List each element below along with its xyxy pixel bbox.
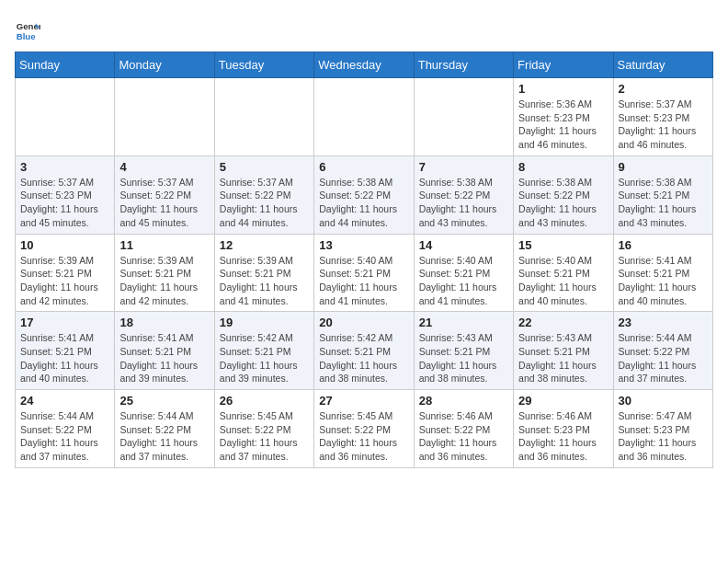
calendar-cell: 10Sunrise: 5:39 AM Sunset: 5:21 PM Dayli… — [16, 234, 115, 312]
calendar-cell: 15Sunrise: 5:40 AM Sunset: 5:21 PM Dayli… — [514, 234, 613, 312]
day-info: Sunrise: 5:37 AM Sunset: 5:22 PM Dayligh… — [220, 176, 309, 230]
day-info: Sunrise: 5:46 AM Sunset: 5:22 PM Dayligh… — [419, 409, 508, 464]
calendar-cell: 18Sunrise: 5:41 AM Sunset: 5:21 PM Dayli… — [115, 312, 214, 390]
weekday-header: Monday — [115, 52, 214, 78]
calendar-cell: 3Sunrise: 5:37 AM Sunset: 5:23 PM Daylig… — [16, 155, 115, 234]
calendar-cell: 2Sunrise: 5:37 AM Sunset: 5:23 PM Daylig… — [613, 78, 712, 156]
day-info: Sunrise: 5:44 AM Sunset: 5:22 PM Dayligh… — [119, 409, 209, 464]
calendar-cell: 22Sunrise: 5:43 AM Sunset: 5:21 PM Dayli… — [514, 312, 613, 390]
calendar-cell: 4Sunrise: 5:37 AM Sunset: 5:22 PM Daylig… — [115, 155, 214, 234]
day-info: Sunrise: 5:46 AM Sunset: 5:23 PM Dayligh… — [518, 409, 608, 464]
day-number: 24 — [20, 394, 109, 408]
day-number: 14 — [419, 238, 508, 252]
calendar-cell: 12Sunrise: 5:39 AM Sunset: 5:21 PM Dayli… — [214, 234, 313, 312]
day-number: 26 — [220, 394, 309, 408]
calendar-cell: 26Sunrise: 5:45 AM Sunset: 5:22 PM Dayli… — [214, 390, 313, 468]
calendar-cell: 23Sunrise: 5:44 AM Sunset: 5:22 PM Dayli… — [613, 312, 712, 390]
day-number: 9 — [619, 160, 708, 174]
weekday-header: Sunday — [16, 52, 115, 78]
day-number: 13 — [319, 238, 408, 252]
day-info: Sunrise: 5:41 AM Sunset: 5:21 PM Dayligh… — [619, 254, 708, 308]
calendar-cell: 8Sunrise: 5:38 AM Sunset: 5:22 PM Daylig… — [514, 155, 613, 234]
calendar-cell: 1Sunrise: 5:36 AM Sunset: 5:23 PM Daylig… — [514, 78, 613, 156]
calendar-week-row: 3Sunrise: 5:37 AM Sunset: 5:23 PM Daylig… — [16, 155, 713, 234]
calendar-table: SundayMondayTuesdayWednesdayThursdayFrid… — [15, 52, 713, 468]
calendar-cell: 24Sunrise: 5:44 AM Sunset: 5:22 PM Dayli… — [16, 390, 115, 468]
day-info: Sunrise: 5:40 AM Sunset: 5:21 PM Dayligh… — [319, 254, 408, 308]
day-number: 25 — [119, 394, 209, 408]
day-number: 7 — [419, 160, 508, 174]
calendar-cell: 19Sunrise: 5:42 AM Sunset: 5:21 PM Dayli… — [214, 312, 313, 390]
day-number: 2 — [619, 82, 708, 96]
calendar-cell — [314, 78, 414, 156]
weekday-header: Friday — [514, 52, 613, 78]
calendar-cell: 28Sunrise: 5:46 AM Sunset: 5:22 PM Dayli… — [414, 390, 513, 468]
day-number: 5 — [220, 160, 309, 174]
calendar-week-row: 1Sunrise: 5:36 AM Sunset: 5:23 PM Daylig… — [16, 78, 713, 156]
svg-text:Blue: Blue — [17, 31, 36, 41]
day-info: Sunrise: 5:39 AM Sunset: 5:21 PM Dayligh… — [119, 254, 209, 308]
calendar-cell — [414, 78, 513, 156]
day-info: Sunrise: 5:37 AM Sunset: 5:23 PM Dayligh… — [20, 176, 109, 230]
day-number: 17 — [20, 316, 109, 329]
day-info: Sunrise: 5:42 AM Sunset: 5:21 PM Dayligh… — [220, 331, 309, 385]
day-info: Sunrise: 5:39 AM Sunset: 5:21 PM Dayligh… — [220, 254, 309, 308]
calendar-cell: 29Sunrise: 5:46 AM Sunset: 5:23 PM Dayli… — [514, 390, 613, 468]
calendar-cell: 17Sunrise: 5:41 AM Sunset: 5:21 PM Dayli… — [16, 312, 115, 390]
day-info: Sunrise: 5:41 AM Sunset: 5:21 PM Dayligh… — [119, 331, 209, 385]
day-info: Sunrise: 5:37 AM Sunset: 5:22 PM Dayligh… — [119, 176, 209, 230]
calendar-week-row: 10Sunrise: 5:39 AM Sunset: 5:21 PM Dayli… — [16, 234, 713, 312]
calendar-cell: 30Sunrise: 5:47 AM Sunset: 5:23 PM Dayli… — [613, 390, 712, 468]
weekday-header: Saturday — [613, 52, 712, 78]
calendar-cell: 6Sunrise: 5:38 AM Sunset: 5:22 PM Daylig… — [314, 155, 414, 234]
day-info: Sunrise: 5:43 AM Sunset: 5:21 PM Dayligh… — [419, 331, 508, 385]
calendar-header-row: SundayMondayTuesdayWednesdayThursdayFrid… — [16, 52, 713, 78]
day-info: Sunrise: 5:44 AM Sunset: 5:22 PM Dayligh… — [20, 409, 109, 464]
day-info: Sunrise: 5:36 AM Sunset: 5:23 PM Dayligh… — [518, 98, 608, 152]
calendar-cell: 14Sunrise: 5:40 AM Sunset: 5:21 PM Dayli… — [414, 234, 513, 312]
day-number: 4 — [119, 160, 209, 174]
calendar-cell: 20Sunrise: 5:42 AM Sunset: 5:21 PM Dayli… — [314, 312, 414, 390]
day-info: Sunrise: 5:41 AM Sunset: 5:21 PM Dayligh… — [20, 331, 109, 385]
day-info: Sunrise: 5:40 AM Sunset: 5:21 PM Dayligh… — [419, 254, 508, 308]
day-number: 22 — [518, 316, 608, 329]
day-number: 11 — [119, 238, 209, 252]
calendar-cell: 25Sunrise: 5:44 AM Sunset: 5:22 PM Dayli… — [115, 390, 214, 468]
day-number: 10 — [20, 238, 109, 252]
day-info: Sunrise: 5:38 AM Sunset: 5:22 PM Dayligh… — [319, 176, 408, 230]
calendar-week-row: 24Sunrise: 5:44 AM Sunset: 5:22 PM Dayli… — [16, 390, 713, 468]
day-number: 6 — [319, 160, 408, 174]
calendar-cell — [16, 78, 115, 156]
calendar-cell: 7Sunrise: 5:38 AM Sunset: 5:22 PM Daylig… — [414, 155, 513, 234]
weekday-header: Wednesday — [314, 52, 414, 78]
day-number: 8 — [518, 160, 608, 174]
day-number: 12 — [220, 238, 309, 252]
calendar-cell: 11Sunrise: 5:39 AM Sunset: 5:21 PM Dayli… — [115, 234, 214, 312]
day-number: 23 — [619, 316, 708, 329]
day-number: 1 — [518, 82, 608, 96]
calendar-cell: 9Sunrise: 5:38 AM Sunset: 5:21 PM Daylig… — [613, 155, 712, 234]
day-info: Sunrise: 5:38 AM Sunset: 5:22 PM Dayligh… — [419, 176, 508, 230]
weekday-header: Thursday — [414, 52, 513, 78]
day-info: Sunrise: 5:45 AM Sunset: 5:22 PM Dayligh… — [220, 409, 309, 464]
day-info: Sunrise: 5:42 AM Sunset: 5:21 PM Dayligh… — [319, 331, 408, 385]
page-header: General Blue — [15, 15, 713, 44]
calendar-cell: 27Sunrise: 5:45 AM Sunset: 5:22 PM Dayli… — [314, 390, 414, 468]
weekday-header: Tuesday — [214, 52, 313, 78]
day-number: 20 — [319, 316, 408, 329]
logo: General Blue — [15, 18, 40, 44]
day-number: 27 — [319, 394, 408, 408]
day-number: 30 — [619, 394, 708, 408]
calendar-cell: 5Sunrise: 5:37 AM Sunset: 5:22 PM Daylig… — [214, 155, 313, 234]
day-info: Sunrise: 5:44 AM Sunset: 5:22 PM Dayligh… — [619, 331, 708, 385]
logo-icon: General Blue — [15, 18, 40, 44]
day-number: 29 — [518, 394, 608, 408]
calendar-cell — [214, 78, 313, 156]
day-number: 3 — [20, 160, 109, 174]
day-number: 19 — [220, 316, 309, 329]
day-info: Sunrise: 5:43 AM Sunset: 5:21 PM Dayligh… — [518, 331, 608, 385]
calendar-cell: 21Sunrise: 5:43 AM Sunset: 5:21 PM Dayli… — [414, 312, 513, 390]
calendar-cell: 13Sunrise: 5:40 AM Sunset: 5:21 PM Dayli… — [314, 234, 414, 312]
day-number: 16 — [619, 238, 708, 252]
day-info: Sunrise: 5:37 AM Sunset: 5:23 PM Dayligh… — [619, 98, 708, 152]
